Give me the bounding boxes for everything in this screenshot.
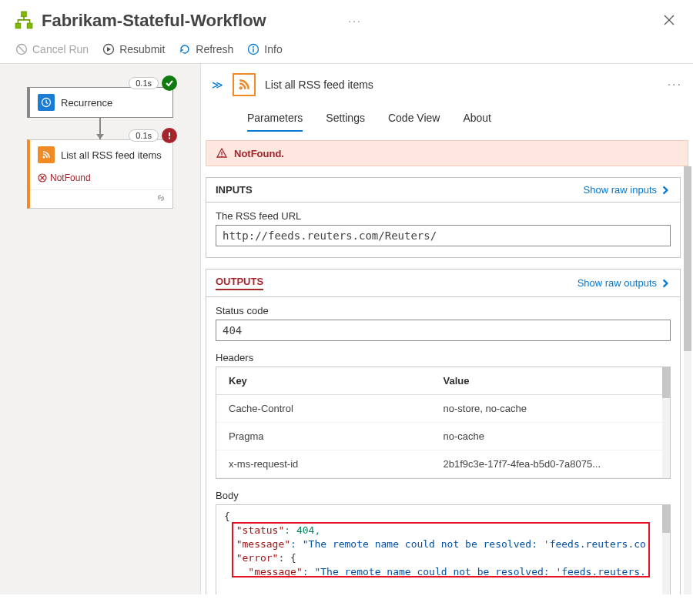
body-json-box[interactable]: { "status": 404, "message": "The remote … xyxy=(216,504,671,594)
rss-node-label: List all RSS feed items xyxy=(61,149,162,161)
table-row: x-ms-request-id 2b1f9c3e-17f7-4fea-b5d0-… xyxy=(216,450,670,478)
refresh-label: Refresh xyxy=(196,43,233,55)
body-label: Body xyxy=(216,490,671,501)
svg-rect-14 xyxy=(221,152,222,155)
headers-scrollbar[interactable] xyxy=(662,367,670,478)
headers-col-key: Key xyxy=(229,375,444,387)
tab-parameters[interactable]: Parameters xyxy=(247,105,303,132)
svg-rect-9 xyxy=(169,132,170,136)
collapse-panel-button[interactable]: ≫ xyxy=(212,79,223,91)
details-panel: ≫ List all RSS feed items ··· Parameters… xyxy=(200,64,693,594)
rss-time-badge: 0.1s xyxy=(129,129,159,142)
cancel-run-label: Cancel Run xyxy=(32,43,89,55)
page-title: Fabrikam-Stateful-Workflow xyxy=(42,11,343,31)
link-icon[interactable] xyxy=(156,192,166,206)
cancel-run-button: Cancel Run xyxy=(15,43,89,55)
inputs-section: INPUTS Show raw inputs The RSS feed URL xyxy=(206,177,681,258)
tab-code-view[interactable]: Code View xyxy=(388,105,440,132)
error-alert: NotFound. xyxy=(206,140,688,166)
headers-table: Key Value Cache-Control no-store, no-cac… xyxy=(216,367,671,479)
status-code-label: Status code xyxy=(216,305,671,316)
chevron-right-icon xyxy=(660,278,671,289)
tab-about[interactable]: About xyxy=(463,105,491,132)
warning-icon xyxy=(216,147,228,159)
svg-point-13 xyxy=(239,86,243,89)
outputs-section: OUTPUTS Show raw outputs Status code Hea… xyxy=(206,269,681,594)
details-title: List all RSS feed items xyxy=(265,79,658,91)
tab-settings[interactable]: Settings xyxy=(326,105,365,132)
panel-scrollbar[interactable] xyxy=(684,166,691,594)
info-button[interactable]: Info xyxy=(247,43,282,55)
headers-label: Headers xyxy=(216,352,671,363)
recurrence-node[interactable]: 0.1s Recurrence xyxy=(27,87,173,118)
feed-url-label: The RSS feed URL xyxy=(216,210,671,222)
window-header: Fabrikam-Stateful-Workflow ··· xyxy=(0,0,693,38)
svg-rect-7 xyxy=(253,49,254,52)
svg-point-11 xyxy=(43,156,45,159)
success-status-icon xyxy=(162,75,177,91)
error-status-icon xyxy=(162,128,177,143)
show-raw-inputs-link[interactable]: Show raw inputs xyxy=(584,184,671,196)
alert-message: NotFound. xyxy=(234,148,284,159)
svg-rect-10 xyxy=(169,138,170,139)
headers-col-value: Value xyxy=(444,375,658,387)
details-more-button[interactable]: ··· xyxy=(668,78,682,92)
rss-node[interactable]: 0.1s List all RSS feed items NotFound xyxy=(27,139,173,209)
chevron-right-icon xyxy=(660,185,671,196)
status-code-field[interactable] xyxy=(216,320,671,341)
svg-point-6 xyxy=(253,46,254,48)
recurrence-label: Recurrence xyxy=(61,97,112,109)
inputs-title: INPUTS xyxy=(216,184,584,196)
resubmit-button[interactable]: Resubmit xyxy=(102,43,165,55)
svg-rect-2 xyxy=(27,23,32,28)
close-icon[interactable] xyxy=(664,13,675,29)
details-tabs: Parameters Settings Code View About xyxy=(201,105,693,132)
title-more-button[interactable]: ··· xyxy=(348,15,362,27)
table-row: Pragma no-cache xyxy=(216,423,670,450)
table-row: Cache-Control no-store, no-cache xyxy=(216,395,670,423)
designer-canvas: 0.1s Recurrence 0.1s xyxy=(0,64,200,594)
rss-error-text: NotFound xyxy=(50,172,91,183)
show-raw-outputs-link[interactable]: Show raw outputs xyxy=(578,277,671,289)
clock-icon xyxy=(38,94,55,111)
svg-rect-1 xyxy=(15,23,21,28)
workflow-logo-icon xyxy=(14,11,34,31)
body-scrollbar[interactable] xyxy=(662,505,670,594)
error-icon xyxy=(38,173,47,182)
refresh-button[interactable]: Refresh xyxy=(179,43,233,55)
rss-icon xyxy=(38,146,55,163)
rss-detail-icon xyxy=(233,73,256,96)
svg-rect-0 xyxy=(22,12,27,17)
info-label: Info xyxy=(264,43,282,55)
resubmit-label: Resubmit xyxy=(119,43,165,55)
outputs-title: OUTPUTS xyxy=(216,276,263,290)
connector-line xyxy=(99,118,101,139)
svg-rect-15 xyxy=(221,156,222,156)
recurrence-time-badge: 0.1s xyxy=(129,77,159,89)
toolbar: Cancel Run Resubmit Refresh Info xyxy=(0,38,693,63)
feed-url-input[interactable] xyxy=(216,225,671,246)
